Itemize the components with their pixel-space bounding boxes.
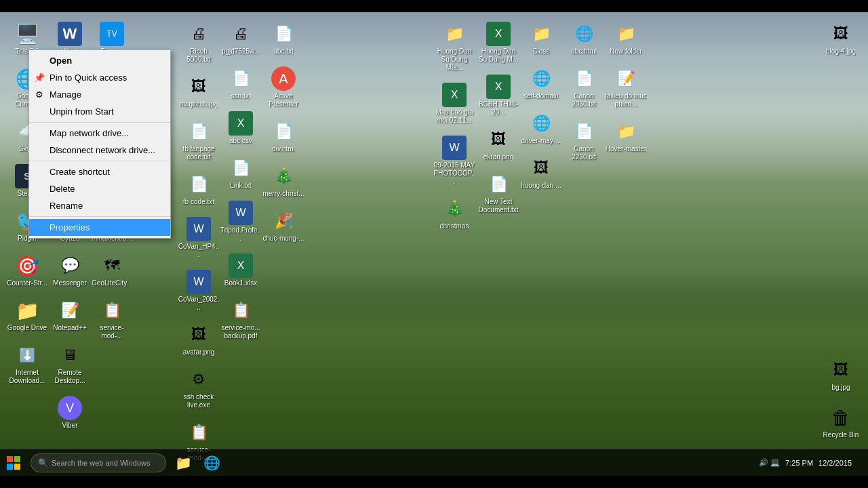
- file-explorer-icon: 📁: [175, 455, 192, 471]
- taskbar-search-placeholder: Search the web and Windows: [52, 459, 151, 467]
- icon-driver-may[interactable]: 🌐 driver-may-...: [517, 108, 565, 148]
- icon-canon-2030[interactable]: 📄 Canon 2030.txt: [560, 64, 608, 111]
- icon-bg-jpg[interactable]: 🖼 bg.jpg: [817, 355, 865, 394]
- icon-viber2[interactable]: V Viber: [46, 393, 94, 432]
- context-menu: Open 📌 Pin to Quick access ⚙ Manage Unpi…: [28, 49, 171, 239]
- icon-fb-fanpage[interactable]: 📄 fb fanpage code.txt: [175, 117, 222, 164]
- taskbar-chrome[interactable]: 🌐: [198, 449, 225, 476]
- ctx-map-network[interactable]: Map network drive...: [29, 125, 170, 142]
- icon-pgjd7525w[interactable]: 🖨 pgjd7525w...: [217, 19, 264, 58]
- icon-09-2015-may[interactable]: W 09-2015 MAY PHOTOCOP...: [431, 133, 478, 188]
- icon-tripod[interactable]: W Tripod.Profe...: [217, 198, 264, 245]
- icon-abc-html[interactable]: 🌐 abc.html: [560, 19, 608, 58]
- icon-notepad-pp[interactable]: 📝 Notepad++: [46, 296, 94, 335]
- taskbar-time: 7:25 PM: [785, 459, 813, 467]
- icon-hover-master[interactable]: 📁 Hover-master: [602, 117, 650, 156]
- taskbar: 🔍 Search the web and Windows 📁 🌐 🔊 💻 7:2…: [0, 449, 868, 476]
- icon-service-backup[interactable]: 📋 service-mo... backup.pdf: [217, 296, 264, 343]
- icon-merry-christ[interactable]: 🎄 merry-christ...: [260, 161, 307, 201]
- taskbar-pinned-icons: 📁 🌐: [170, 449, 225, 476]
- icon-ekran-png[interactable]: 🖼 ekran.png: [475, 125, 522, 164]
- manage-icon: ⚙: [33, 89, 45, 101]
- taskbar-tray: 🔊 💻 7:25 PM 12/2/2015: [759, 458, 868, 467]
- chrome-icon: 🌐: [203, 455, 220, 471]
- letterbox-bottom: [0, 476, 868, 488]
- letterbox-top: [0, 0, 868, 12]
- ctx-open[interactable]: Open: [29, 52, 170, 69]
- icon-google-drive[interactable]: 📁 Google Drive: [3, 296, 51, 335]
- desktop: 🖥️ This PC 🌐 Google Chrome ☁️ Sky... S S…: [0, 0, 868, 488]
- icon-abc-txt[interactable]: 📄 abc.txt: [260, 19, 307, 58]
- ctx-unpin-start[interactable]: Unpin from Start: [29, 103, 170, 120]
- search-icon: 🔍: [38, 458, 48, 468]
- icon-new-folder[interactable]: 📁 New folder: [602, 19, 650, 58]
- windows-logo-icon: [7, 456, 20, 470]
- icon-avatar-png[interactable]: 🖼 avatar.png: [175, 320, 222, 359]
- icon-huong-dan2[interactable]: X Huong Dan Su Dung M...: [475, 19, 522, 66]
- icon-covan-hp4[interactable]: W CoVan_HP4...: [175, 214, 222, 262]
- icon-magitech[interactable]: 🖼 magitech.jpg: [175, 72, 222, 111]
- icon-new-text-doc[interactable]: 📄 New Text Document.txt: [475, 169, 522, 217]
- icon-service-mod-2[interactable]: 📋 service-mod-...: [88, 296, 136, 343]
- icon-fb-code[interactable]: 📄 fb code.txt: [175, 169, 222, 209]
- icon-blog-4-jpg[interactable]: 🖼 blog-4.jpg: [817, 19, 865, 58]
- icon-mau-bao-gia[interactable]: X Mau bao gia moi 02.11...: [431, 80, 478, 127]
- ctx-manage[interactable]: ⚙ Manage: [29, 86, 170, 103]
- desktop-icons: 🖥️ This PC 🌐 Google Chrome ☁️ Sky... S S…: [0, 12, 868, 449]
- ctx-create-shortcut[interactable]: Create shortcut: [29, 163, 170, 180]
- start-button[interactable]: [0, 449, 27, 476]
- icon-remote-desktop[interactable]: 🖥 Remote Desktop...: [46, 340, 94, 388]
- tray-icons: 🔊 💻: [759, 458, 780, 467]
- icon-bcbh[interactable]: X BCBH TH10-20...: [475, 72, 522, 119]
- icon-close-folder[interactable]: 📁 Close: [517, 19, 565, 58]
- taskbar-file-explorer[interactable]: 📁: [170, 449, 197, 476]
- icon-canon-2230[interactable]: 📄 Canon 2230.txt: [560, 117, 608, 164]
- icon-recycle-bin[interactable]: 🗑 Recycle Bin: [817, 403, 865, 442]
- icon-huong-dan-dan[interactable]: 🖼 huong-dan-...: [517, 153, 565, 192]
- icon-messenger[interactable]: 💬 Messenger: [46, 251, 94, 290]
- icon-ssn-txt[interactable]: 📄 ssn.txt: [217, 64, 264, 103]
- icon-counter-strike[interactable]: 🎯 Counter-Str...: [3, 251, 51, 290]
- ctx-rename[interactable]: Rename: [29, 197, 170, 214]
- icon-self-domain[interactable]: 🌐 self-domain: [517, 64, 565, 103]
- icon-huong-dan1[interactable]: 📁 Huong Dan Su Dung Mia...: [431, 19, 478, 75]
- icon-tailieu-do[interactable]: 📝 tailieu do muc phien...: [602, 64, 650, 111]
- icon-link-txt[interactable]: 📄 Link.txt: [217, 153, 264, 192]
- icon-ssh-check[interactable]: ⚙ ssh check live.exe: [175, 365, 222, 412]
- icon-geolite[interactable]: 🗺 GeoLiteCity...: [88, 251, 136, 290]
- icon-active-presenter[interactable]: A Active Presenter: [260, 64, 307, 111]
- icon-christmas[interactable]: 🎄 christmas: [431, 194, 478, 233]
- icon-chuc-mung[interactable]: 🎉 chuc-mung-...: [260, 206, 307, 245]
- icon-covan-2002[interactable]: W CoVan_2002...: [175, 267, 222, 314]
- icon-div-html[interactable]: 📄 div.html: [260, 117, 307, 156]
- taskbar-search[interactable]: 🔍 Search the web and Windows: [31, 453, 166, 472]
- taskbar-date: 12/2/2015: [818, 459, 852, 467]
- ctx-sep-3: [29, 216, 170, 217]
- ctx-disconnect-network[interactable]: Disconnect network drive...: [29, 142, 170, 159]
- icon-internet-download[interactable]: ⬇️ Internet Download...: [3, 340, 51, 388]
- ctx-pin-quick-access[interactable]: 📌 Pin to Quick access: [29, 69, 170, 86]
- ctx-delete[interactable]: Delete: [29, 180, 170, 197]
- ctx-sep-1: [29, 122, 170, 123]
- icon-ricoh5000[interactable]: 🖨 Ricoh 5000.txt: [175, 19, 222, 66]
- pin-icon: 📌: [33, 72, 45, 84]
- icon-abc-csv[interactable]: X abc.csv: [217, 108, 264, 148]
- ctx-properties[interactable]: Properties: [29, 219, 170, 236]
- icon-book1[interactable]: X Book1.xlsx: [217, 251, 264, 290]
- ctx-sep-2: [29, 161, 170, 161]
